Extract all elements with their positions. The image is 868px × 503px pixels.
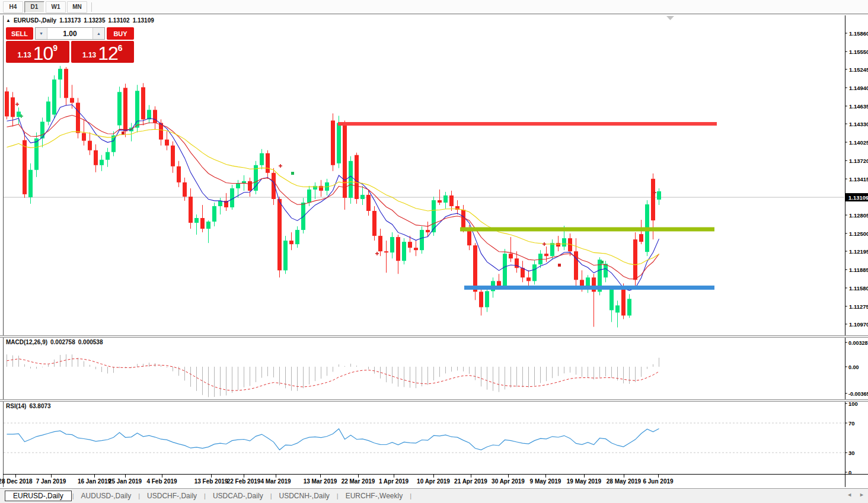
svg-text:1.13109: 1.13109 [848,194,868,201]
svg-text:1.14940: 1.14940 [849,85,868,91]
rsi-indicator-label: RSI(14) 63.8073 [6,403,51,409]
rsi-axis: 10070300 [845,401,858,476]
buy-button[interactable]: BUY [107,27,134,40]
svg-text:1.10970: 1.10970 [849,321,868,328]
svg-text:1.12805: 1.12805 [849,212,868,219]
chart-tab-1[interactable]: AUDUSD-,Daily [75,491,138,501]
trading-terminal-window: 1.158601.155501.152451.149401.146351.143… [0,0,868,503]
svg-text:1.15550: 1.15550 [849,49,868,55]
tabs-scroll-right-icon[interactable]: ► [859,492,864,498]
rsi-panel-splitter[interactable] [0,399,868,402]
quote-low: 1.13102 [108,17,129,24]
buy-price-pips: 12 [98,44,118,62]
symbol-period-label: EURUSD-,Daily [14,17,56,24]
macd-indicator-label: MACD(12,26,9) 0.002758 0.000538 [6,339,103,345]
chart-tab-0[interactable]: EURUSD-,Daily [5,491,72,501]
sell-price-pips: 10 [33,44,53,62]
svg-text:0.003287: 0.003287 [848,340,868,346]
rsi-line [7,429,659,450]
svg-text:28 Dec 2018: 28 Dec 2018 [0,478,33,485]
chart-tab-3[interactable]: USDCAD-,Daily [206,491,270,501]
svg-text:1 Apr 2019: 1 Apr 2019 [379,478,409,485]
svg-text:7 Jan 2019: 7 Jan 2019 [36,478,66,485]
svg-text:1.15860: 1.15860 [849,30,868,37]
svg-text:0.00: 0.00 [848,364,859,370]
price-axis[interactable]: 1.158601.155501.152451.149401.146351.143… [845,30,868,328]
svg-text:9 May 2019: 9 May 2019 [530,478,561,485]
macd-panel-splitter[interactable] [0,335,868,338]
chart-tab-2[interactable]: USDCHF-,Daily [141,491,203,501]
volume-increase-icon[interactable]: ▲ [92,28,104,39]
collapse-arrow-icon[interactable]: ▲ [6,18,11,24]
svg-text:13 Feb 2019: 13 Feb 2019 [194,478,228,485]
one-click-trading-panel: SELL ▼ 1.00 ▲ BUY 1.13 10 9 1.13 12 6 [6,27,134,63]
tab-separator: | [409,492,412,499]
svg-text:22 Feb 2019: 22 Feb 2019 [227,478,261,485]
svg-text:4 Mar 2019: 4 Mar 2019 [260,478,291,485]
svg-text:25 Jan 2019: 25 Jan 2019 [108,478,142,485]
svg-text:1.12195: 1.12195 [849,248,868,255]
svg-text:4 Feb 2019: 4 Feb 2019 [146,478,177,485]
quote-close: 1.13109 [133,17,154,24]
volume-decrease-icon[interactable]: ▼ [36,28,47,39]
chart-tabs-bar: EURUSD-,Daily|AUDUSD-,Daily|USDCHF-,Dail… [0,488,868,503]
svg-text:22 Mar 2019: 22 Mar 2019 [342,478,375,485]
svg-text:-0.003659: -0.003659 [848,391,868,397]
svg-text:1.14025: 1.14025 [849,139,868,146]
svg-text:30 Apr 2019: 30 Apr 2019 [492,478,525,485]
svg-text:13 Mar 2019: 13 Mar 2019 [304,478,337,485]
macd-signal-value: 0.000538 [78,339,103,345]
svg-text:1.14330: 1.14330 [849,121,868,127]
buy-price-point: 6 [118,43,123,53]
macd-signal-line [7,358,659,390]
date-axis[interactable]: 28 Dec 20187 Jan 201916 Jan 201925 Jan 2… [0,475,674,485]
chart-marks [15,102,656,267]
quote-high: 1.13235 [84,17,105,24]
svg-text:1.13720: 1.13720 [849,158,868,164]
svg-text:21 Apr 2019: 21 Apr 2019 [454,478,487,485]
chart-shift-marker-icon [666,16,674,20]
svg-text:1.12500: 1.12500 [849,230,868,237]
svg-text:30: 30 [848,450,855,456]
svg-text:1.14635: 1.14635 [849,103,868,110]
svg-text:28 May 2019: 28 May 2019 [607,478,642,485]
chart-tab-4[interactable]: USDCNH-,Daily [273,491,336,501]
tabs-scroll-left-icon[interactable]: ◄ [847,492,852,498]
macd-title: MACD(12,26,9) [6,339,47,345]
chart-frame [3,15,868,487]
volume-stepper: ▼ 1.00 ▲ [35,27,105,40]
chart-quote-header: ▲ EURUSD-,Daily 1.13173 1.13235 1.13102 … [6,17,154,24]
macd-histogram [7,354,659,397]
quote-open: 1.13173 [59,17,81,24]
svg-text:19 May 2019: 19 May 2019 [567,478,602,485]
svg-text:10 Apr 2019: 10 Apr 2019 [417,478,450,485]
rsi-value: 63.8073 [29,403,50,409]
macd-axis: 0.0032870.00-0.003659 [845,340,868,397]
buy-price-button[interactable]: 1.13 12 6 [71,41,135,63]
sell-price-figure: 1.13 [17,51,31,59]
svg-text:1.11275: 1.11275 [849,303,868,310]
chart-canvas[interactable]: 1.158601.155501.152451.149401.146351.143… [0,0,868,503]
chart-tabs: EURUSD-,Daily|AUDUSD-,Daily|USDCHF-,Dail… [5,491,412,501]
buy-price-figure: 1.13 [82,51,96,59]
svg-text:0: 0 [848,469,851,476]
chart-tab-5[interactable]: EURCHF-,Weekly [339,491,409,501]
svg-text:1.15245: 1.15245 [849,66,868,73]
sell-price-point: 9 [53,43,58,53]
svg-text:1.13415: 1.13415 [849,176,868,182]
svg-text:6 Jun 2019: 6 Jun 2019 [643,478,674,485]
sell-button[interactable]: SELL [6,27,33,40]
sell-price-button[interactable]: 1.13 10 9 [6,41,69,63]
macd-main-value: 0.002758 [50,339,75,345]
svg-text:1.11885: 1.11885 [849,267,868,273]
svg-text:1.11580: 1.11580 [849,285,868,291]
rsi-title: RSI(14) [6,403,26,409]
svg-text:70: 70 [848,420,855,427]
svg-text:16 Jan 2019: 16 Jan 2019 [78,478,111,485]
volume-input[interactable]: 1.00 [47,28,92,39]
